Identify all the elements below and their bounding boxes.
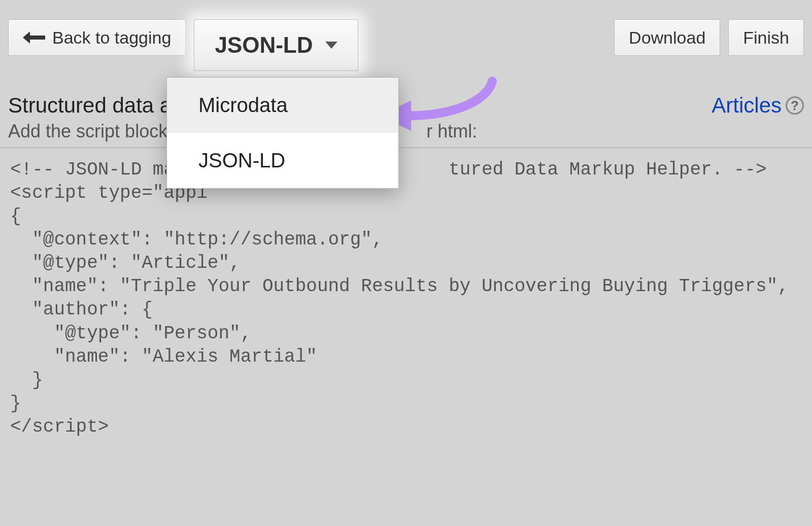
format-selected-label: JSON-LD <box>215 34 313 56</box>
help-icon[interactable]: ? <box>786 96 804 115</box>
toolbar: Back to tagging JSON-LD Download Finish <box>0 0 812 80</box>
articles-link-label: Articles <box>712 93 782 118</box>
dropdown-option-microdata[interactable]: Microdata <box>167 78 398 133</box>
back-to-tagging-button[interactable]: Back to tagging <box>8 19 186 56</box>
back-button-label: Back to tagging <box>52 29 171 46</box>
code-block: <!-- JSON-LD marku tured Data Markup Hel… <box>0 148 812 449</box>
format-dropdown-button[interactable]: JSON-LD <box>194 19 358 71</box>
back-arrow-icon <box>23 30 45 45</box>
finish-button-label: Finish <box>743 29 789 46</box>
chevron-down-icon <box>325 42 337 49</box>
download-button-label: Download <box>629 29 705 46</box>
download-button[interactable]: Download <box>614 19 720 56</box>
dropdown-option-json-ld[interactable]: JSON-LD <box>167 133 398 188</box>
format-dropdown-menu: Microdata JSON-LD <box>166 77 399 189</box>
articles-link[interactable]: Articles ? <box>712 93 804 118</box>
finish-button[interactable]: Finish <box>728 19 804 56</box>
page-header: Structured data a Add the script block b… <box>0 80 812 148</box>
